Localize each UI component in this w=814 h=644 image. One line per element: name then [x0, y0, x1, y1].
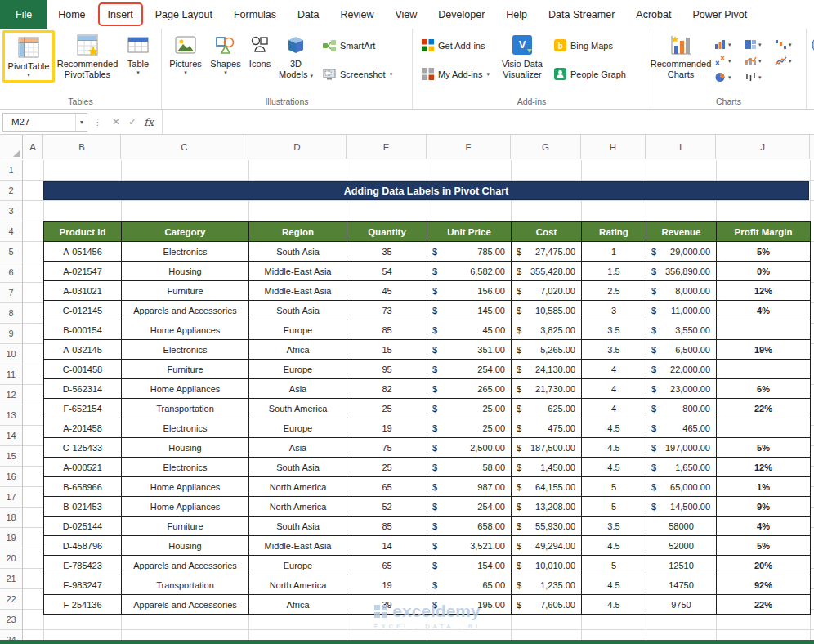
cell[interactable]: 1	[582, 242, 646, 262]
cell[interactable]: 4.5	[582, 536, 646, 556]
cell[interactable]: 19	[347, 418, 427, 438]
cell[interactable]: $6,582.00	[427, 262, 512, 281]
cell[interactable]: Europe	[249, 418, 347, 438]
cell[interactable]: $7,605.00	[512, 595, 582, 615]
row-header-12[interactable]: 12	[0, 385, 22, 405]
row-header-17[interactable]: 17	[0, 487, 22, 508]
cell[interactable]: Housing	[122, 262, 249, 281]
cell[interactable]: A-000521	[44, 458, 122, 477]
column-header-j[interactable]: J	[716, 135, 810, 159]
cell[interactable]: 25	[347, 399, 427, 418]
cell[interactable]: 22%	[717, 595, 811, 615]
column-header-a[interactable]: A	[23, 135, 43, 159]
cell[interactable]: 5	[582, 477, 646, 497]
cell[interactable]: $154.00	[427, 556, 512, 575]
row-header-9[interactable]: 9	[0, 324, 22, 344]
cell[interactable]: $465.00	[646, 418, 717, 438]
cell[interactable]: $156.00	[427, 281, 512, 301]
cell[interactable]: D-562314	[44, 379, 122, 399]
tab-file[interactable]: File	[0, 0, 47, 29]
cell[interactable]: 4%	[717, 517, 811, 536]
cell[interactable]: $355,428.00	[512, 262, 582, 281]
insert-pie-chart-button[interactable]: ▾	[714, 71, 745, 83]
cell[interactable]: C-012145	[44, 301, 122, 320]
cell[interactable]: A-031021	[44, 281, 122, 301]
cell[interactable]: $23,000.00	[646, 379, 717, 399]
cell[interactable]: 6%	[717, 379, 811, 399]
name-box[interactable]: M27 ▾	[2, 113, 87, 132]
cell[interactable]: 12%	[717, 281, 811, 301]
cell[interactable]: $800.00	[646, 399, 717, 418]
tab-review[interactable]: Review	[329, 0, 384, 29]
cell[interactable]: North America	[249, 497, 347, 517]
screenshot-button[interactable]: Screenshot ▾	[320, 65, 396, 83]
cell[interactable]: $25.00	[427, 418, 512, 438]
row-header-23[interactable]: 23	[0, 610, 22, 630]
cell[interactable]: 4.5	[582, 458, 646, 477]
cell[interactable]: F-254136	[44, 595, 122, 615]
cell[interactable]: $785.00	[427, 242, 512, 262]
cell[interactable]: $27,475.00	[512, 242, 582, 262]
cell[interactable]: $3,825.00	[512, 320, 582, 340]
table-header-cell[interactable]: Region	[249, 222, 347, 242]
cell[interactable]: North America	[249, 477, 347, 497]
column-header-h[interactable]: H	[581, 135, 646, 159]
row-header-11[interactable]: 11	[0, 364, 22, 385]
cell[interactable]: -8%	[717, 320, 811, 340]
cell[interactable]: 39	[347, 595, 427, 615]
cell[interactable]: C-001458	[44, 360, 122, 379]
tab-help[interactable]: Help	[495, 0, 538, 29]
cell[interactable]: $8,000.00	[646, 281, 717, 301]
cell[interactable]: 4.5	[582, 418, 646, 438]
enter-icon[interactable]: ✓	[124, 116, 141, 127]
cell[interactable]: Apparels and Accessories	[122, 556, 249, 575]
cell[interactable]: 5	[582, 556, 646, 575]
cell[interactable]: $145.00	[427, 301, 512, 320]
cell[interactable]: $13,208.00	[512, 497, 582, 517]
column-header-e[interactable]: E	[347, 135, 427, 159]
cell[interactable]: $29,000.00	[646, 242, 717, 262]
cell[interactable]: 14750	[646, 575, 717, 595]
cell[interactable]: $64,155.00	[512, 477, 582, 497]
table-header-cell[interactable]: Unit Price	[427, 222, 512, 242]
insert-combo-chart-button[interactable]: ▾	[745, 55, 775, 67]
cell[interactable]: 85	[347, 517, 427, 536]
cell[interactable]: Electronics	[122, 458, 249, 477]
column-header-b[interactable]: B	[43, 135, 121, 159]
cell[interactable]: $24,130.00	[512, 360, 582, 379]
people-graph-button[interactable]: People Graph	[551, 65, 633, 83]
cell[interactable]: $1,235.00	[512, 575, 582, 595]
cell[interactable]: 9%	[717, 497, 811, 517]
column-header-i[interactable]: I	[646, 135, 716, 159]
cell[interactable]: Middle-East Asia	[249, 262, 347, 281]
cell[interactable]: $187,500.00	[512, 438, 582, 458]
cell[interactable]: $65.00	[427, 575, 512, 595]
tab-data[interactable]: Data	[287, 0, 329, 29]
insert-scatter-chart-button[interactable]: ▾	[714, 55, 745, 67]
cell[interactable]: Europe	[249, 320, 347, 340]
row-header-1[interactable]: 1	[0, 160, 22, 181]
cell[interactable]: Transportation	[122, 575, 249, 595]
cell[interactable]: 95	[347, 360, 427, 379]
cell[interactable]: $658.00	[427, 517, 512, 536]
cell[interactable]: Home Appliances	[122, 497, 249, 517]
cell[interactable]: Home Appliances	[122, 379, 249, 399]
shapes-button[interactable]: Shapes ▾	[207, 30, 244, 78]
cell[interactable]: 9750	[646, 595, 717, 615]
row-header-8[interactable]: 8	[0, 303, 22, 324]
cell[interactable]: 20%	[717, 556, 811, 575]
table-header-cell[interactable]: Product Id	[44, 222, 122, 242]
cell[interactable]: $987.00	[427, 477, 512, 497]
cell[interactable]: North America	[249, 575, 347, 595]
table-header-cell[interactable]: Rating	[582, 222, 646, 242]
cell[interactable]: 1%	[717, 477, 811, 497]
cell[interactable]: Furniture	[122, 360, 249, 379]
table-header-cell[interactable]: Quantity	[347, 222, 427, 242]
cell[interactable]: D-458796	[44, 536, 122, 556]
cell[interactable]: 5%	[717, 438, 811, 458]
cell[interactable]: Housing	[122, 536, 249, 556]
row-header-4[interactable]: 4	[0, 221, 22, 242]
cell[interactable]: Electronics	[122, 418, 249, 438]
cell[interactable]: 5%	[717, 536, 811, 556]
cell[interactable]: Housing	[122, 438, 249, 458]
